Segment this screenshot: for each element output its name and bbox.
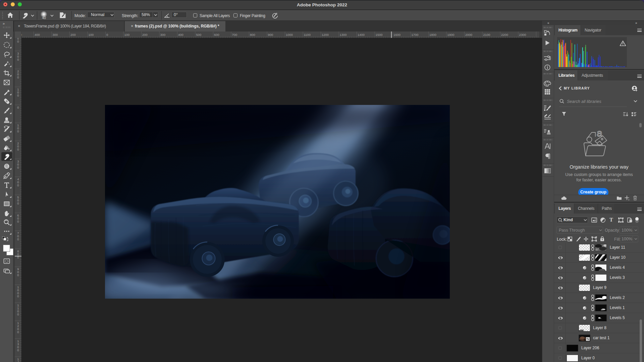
svg-text:500: 500 <box>196 33 202 37</box>
svg-text:0: 0 <box>17 330 19 334</box>
svg-text:0: 0 <box>17 75 19 79</box>
svg-text:1900: 1900 <box>447 33 454 37</box>
svg-text:200: 200 <box>142 33 148 37</box>
svg-text:0: 0 <box>17 166 19 169</box>
svg-text:0: 0 <box>17 220 19 223</box>
svg-text:1100: 1100 <box>304 33 311 37</box>
svg-text:1600: 1600 <box>393 33 400 37</box>
svg-text:300: 300 <box>53 33 58 37</box>
svg-text:100: 100 <box>124 33 130 37</box>
svg-text:1000: 1000 <box>286 33 293 37</box>
svg-text:400: 400 <box>178 33 183 37</box>
svg-text:100: 100 <box>89 33 94 37</box>
svg-text:700: 700 <box>232 33 237 37</box>
svg-text:0: 0 <box>17 129 19 133</box>
svg-text:2000: 2000 <box>465 33 472 37</box>
svg-text:0: 0 <box>17 94 19 97</box>
svg-text:0: 0 <box>17 294 19 298</box>
svg-text:0: 0 <box>17 237 19 241</box>
svg-text:0: 0 <box>17 106 19 109</box>
svg-text:1700: 1700 <box>412 33 419 37</box>
svg-text:300: 300 <box>160 33 166 37</box>
svg-text:0: 0 <box>17 273 19 277</box>
svg-text:1500: 1500 <box>376 33 383 37</box>
svg-text:0: 0 <box>17 255 19 259</box>
svg-text:800: 800 <box>250 33 255 37</box>
svg-text:1400: 1400 <box>358 33 365 37</box>
svg-text:0: 0 <box>17 183 19 187</box>
svg-text:1800: 1800 <box>429 33 436 37</box>
svg-text:1300: 1300 <box>340 33 347 37</box>
svg-text:2100: 2100 <box>483 33 490 37</box>
svg-text:900: 900 <box>268 33 273 37</box>
svg-text:0: 0 <box>17 312 19 316</box>
svg-text:0: 0 <box>17 40 19 43</box>
svg-text:0: 0 <box>17 147 19 151</box>
svg-text:500: 500 <box>21 33 22 37</box>
svg-text:2200: 2200 <box>501 33 508 37</box>
svg-text:0: 0 <box>17 201 19 205</box>
svg-text:0: 0 <box>17 348 19 352</box>
svg-text:400: 400 <box>35 33 40 37</box>
svg-text:2300: 2300 <box>519 33 526 37</box>
svg-text:200: 200 <box>70 33 76 37</box>
svg-text:0: 0 <box>17 58 19 61</box>
svg-text:1200: 1200 <box>322 33 329 37</box>
svg-text:600: 600 <box>214 33 219 37</box>
svg-text:4: 4 <box>17 360 19 362</box>
svg-text:0: 0 <box>106 33 108 37</box>
